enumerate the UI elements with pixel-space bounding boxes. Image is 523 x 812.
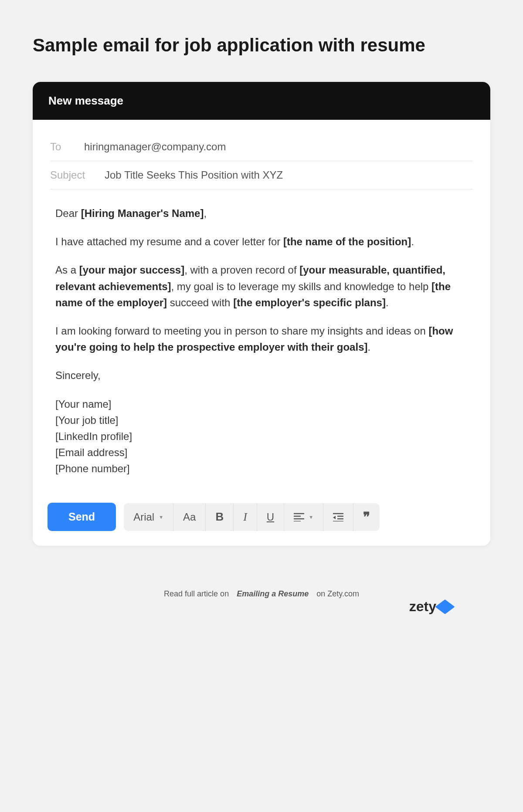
svg-marker-8 (333, 516, 336, 519)
text: Read full article on (164, 589, 229, 599)
text: on Zety.com (316, 589, 359, 599)
text: I am looking forward to meeting you in p… (55, 325, 428, 337)
text: . (411, 236, 414, 247)
bold-button[interactable]: B (206, 503, 234, 531)
text: succeed with (167, 297, 233, 308)
brand-text: zety (409, 599, 436, 615)
font-size-button[interactable]: Aa (173, 503, 206, 531)
outdent-icon (333, 513, 343, 521)
footer: Read full article on Emailing a Resume o… (33, 589, 490, 616)
paragraph-1: I have attached my resume and a cover le… (55, 233, 468, 250)
font-label: Arial (133, 511, 154, 523)
format-toolbar: Send Arial ▼ Aa B I U ▼ (33, 498, 490, 546)
chevron-down-icon: ▼ (159, 514, 163, 520)
bold-icon: B (215, 510, 224, 524)
text: Dear (55, 207, 81, 219)
compose-body: To hiringmanager@company.com Subject Job… (33, 120, 490, 498)
signature-block: [Your name] [Your job title] [LinkedIn p… (55, 396, 468, 477)
paragraph-2: As a [your major success], with a proven… (55, 262, 468, 311)
sig-phone: [Phone number] (55, 460, 468, 477)
compose-window: New message To hiringmanager@company.com… (33, 82, 490, 546)
chevron-down-icon: ▼ (309, 514, 313, 520)
sig-linkedin: [LinkedIn profile] (55, 428, 468, 444)
text: As a (55, 264, 79, 276)
align-button[interactable]: ▼ (284, 503, 323, 531)
footer-text: Read full article on Emailing a Resume o… (33, 589, 490, 599)
zety-logo: zety (409, 599, 451, 615)
outdent-button[interactable] (323, 503, 353, 531)
text: , my goal is to leverage my skills and k… (171, 281, 431, 292)
text: , (204, 207, 207, 219)
align-left-icon (294, 513, 304, 521)
to-row: To hiringmanager@company.com (50, 133, 473, 161)
send-button[interactable]: Send (48, 503, 116, 531)
placeholder-hiring-manager: [Hiring Manager's Name] (81, 207, 204, 219)
placeholder-position: [the name of the position] (283, 236, 411, 247)
subject-field[interactable]: Job Title Seeks This Position with XYZ (105, 169, 283, 181)
subject-label: Subject (50, 169, 92, 181)
sig-name: [Your name] (55, 396, 468, 412)
zety-mark-icon (435, 599, 455, 614)
italic-button[interactable]: I (234, 503, 257, 531)
to-field[interactable]: hiringmanager@company.com (84, 141, 226, 153)
underline-button[interactable]: U (257, 503, 284, 531)
email-body[interactable]: Dear [Hiring Manager's Name], I have att… (50, 189, 473, 485)
text: . (386, 297, 389, 308)
sig-title: [Your job title] (55, 412, 468, 428)
signoff: Sincerely, (55, 367, 468, 383)
compose-header: New message (33, 82, 490, 120)
article-link[interactable]: Emailing a Resume (237, 589, 309, 599)
greeting-line: Dear [Hiring Manager's Name], (55, 205, 468, 221)
subject-row: Subject Job Title Seeks This Position wi… (50, 161, 473, 189)
paragraph-3: I am looking forward to meeting you in p… (55, 323, 468, 355)
italic-icon: I (243, 511, 247, 524)
placeholder-plans: [the employer's specific plans] (233, 297, 386, 308)
to-label: To (50, 141, 71, 153)
text: I have attached my resume and a cover le… (55, 236, 283, 247)
toolbar-group: Arial ▼ Aa B I U ▼ (124, 503, 380, 531)
quote-icon: ❞ (363, 509, 370, 524)
text: . (367, 341, 370, 353)
quote-button[interactable]: ❞ (353, 503, 380, 531)
font-select[interactable]: Arial ▼ (124, 503, 173, 531)
page-title: Sample email for job application with re… (33, 35, 490, 56)
sig-email: [Email address] (55, 444, 468, 460)
placeholder-success: [your major success] (79, 264, 184, 276)
text: , with a proven record of (184, 264, 299, 276)
underline-icon: U (267, 511, 274, 523)
